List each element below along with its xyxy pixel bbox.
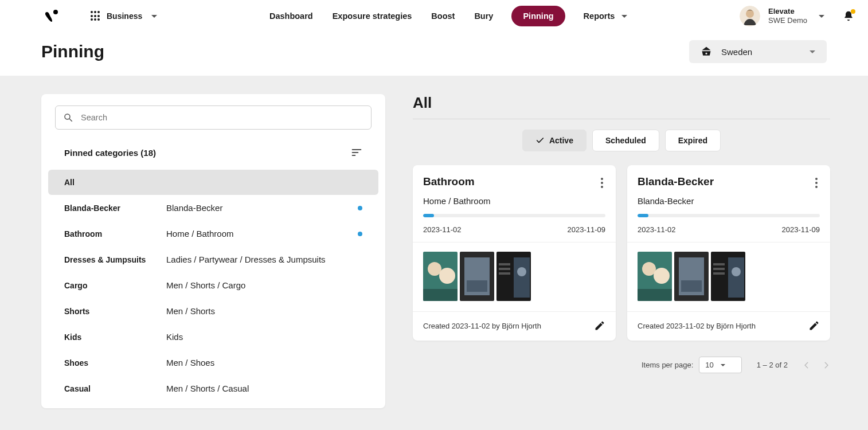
svg-rect-26 <box>728 257 744 298</box>
status-dot <box>358 232 362 236</box>
card-title: Bathroom <box>423 175 475 188</box>
tab-expired[interactable]: Expired <box>665 130 721 151</box>
category-item[interactable]: Casual Men / Shorts / Casual <box>41 376 385 401</box>
svg-rect-24 <box>681 280 702 292</box>
category-path: Ladies / Partywear / Dresses & Jumpsuits <box>166 255 362 264</box>
edit-button[interactable] <box>808 320 820 331</box>
category-name: Shoes <box>64 358 162 368</box>
prev-page-button[interactable] <box>803 361 811 369</box>
pin-card: Blanda-Becker Blanda-Becker 2023-11-02 2… <box>627 165 830 341</box>
chevron-down-icon <box>721 364 725 366</box>
progress-fill <box>423 214 434 217</box>
next-page-button[interactable] <box>822 361 830 369</box>
category-item[interactable]: Bathroom Home / Bathroom <box>41 221 385 247</box>
category-path: Men / Shorts <box>166 306 362 316</box>
product-thumbs <box>413 243 616 311</box>
nav-exposure[interactable]: Exposure strategies <box>331 11 413 21</box>
user-avatar <box>740 6 760 26</box>
card-footer-text: Created 2023-11-02 by Björn Hjorth <box>423 322 541 330</box>
category-path: Men / Shorts / Casual <box>166 384 362 393</box>
category-path: Men / Shoes <box>166 358 362 368</box>
card-path: Home / Bathroom <box>413 196 616 214</box>
svg-rect-28 <box>713 263 725 265</box>
items-per-page-label: Items per page: <box>642 361 693 369</box>
category-item[interactable]: Shorts Men / Shorts <box>41 298 385 324</box>
product-thumb <box>460 252 494 301</box>
product-thumb <box>638 252 672 301</box>
category-item[interactable]: Shoes Men / Shoes <box>41 350 385 376</box>
main-panel: All Active Scheduled Expired Bathroom Ho… <box>413 94 830 373</box>
product-thumb <box>711 252 745 301</box>
tab-active-label: Active <box>549 136 573 145</box>
tab-active[interactable]: Active <box>522 130 587 151</box>
category-item[interactable]: Blanda-Becker Blanda-Becker <box>41 195 385 221</box>
edit-button[interactable] <box>594 320 605 331</box>
svg-line-4 <box>69 119 72 122</box>
card-menu-button[interactable] <box>813 175 820 190</box>
product-thumb <box>496 252 531 301</box>
search-input[interactable] <box>55 105 372 130</box>
notifications-button[interactable] <box>843 10 854 22</box>
account-sub: SWE Demo <box>768 16 807 25</box>
chevron-down-icon <box>819 15 824 18</box>
category-name: Shorts <box>64 307 162 316</box>
category-path: Kids <box>166 332 362 342</box>
category-name: Dresses & Jumpsuits <box>64 255 162 264</box>
nav-bury[interactable]: Bury <box>473 11 494 21</box>
category-name: Casual <box>64 384 162 393</box>
category-name: All <box>64 178 162 187</box>
business-selector[interactable]: Business <box>91 11 157 21</box>
end-date: 2023-11-09 <box>782 225 820 234</box>
sort-icon[interactable] <box>351 147 362 158</box>
category-path: Home / Bathroom <box>166 229 353 239</box>
chevron-down-icon <box>810 50 815 53</box>
cards-row: Bathroom Home / Bathroom 2023-11-02 2023… <box>413 165 830 341</box>
svg-point-2 <box>746 10 754 18</box>
svg-point-14 <box>517 267 526 276</box>
account-text: Elevate SWE Demo <box>768 7 807 25</box>
nav-reports[interactable]: Reports <box>582 11 629 21</box>
account-menu[interactable]: Elevate SWE Demo <box>740 6 854 26</box>
nav-boost[interactable]: Boost <box>430 11 456 21</box>
search-icon <box>63 112 73 123</box>
svg-point-3 <box>65 114 70 119</box>
nav-dashboard[interactable]: Dashboard <box>268 11 314 21</box>
nav-pinning[interactable]: Pinning <box>511 6 565 26</box>
start-date: 2023-11-02 <box>638 225 676 234</box>
basket-icon <box>701 46 712 57</box>
progress-bar <box>638 214 820 217</box>
category-name: Bathroom <box>64 229 162 239</box>
market-name: Sweden <box>721 47 752 57</box>
status-dot <box>358 206 362 210</box>
tab-scheduled[interactable]: Scheduled <box>592 130 659 151</box>
svg-point-6 <box>428 262 441 276</box>
card-footer-text: Created 2023-11-02 by Björn Hjorth <box>638 322 756 330</box>
svg-point-19 <box>642 262 656 276</box>
panel-divider <box>413 119 830 119</box>
category-item[interactable]: Cargo Men / Shorts / Cargo <box>41 272 385 298</box>
category-item-all[interactable]: All <box>48 170 378 195</box>
market-selector[interactable]: Sweden <box>689 40 827 63</box>
svg-rect-11 <box>467 280 487 292</box>
svg-point-20 <box>654 268 670 284</box>
page-size-value: 10 <box>705 361 713 369</box>
panel-title: All <box>413 94 830 112</box>
page-range: 1 – 2 of 2 <box>757 361 788 369</box>
svg-point-0 <box>53 10 58 14</box>
svg-rect-30 <box>713 272 725 275</box>
svg-rect-16 <box>499 268 510 270</box>
category-item[interactable]: Kids Kids <box>41 324 385 350</box>
progress-bar <box>423 214 605 217</box>
svg-rect-8 <box>423 289 458 301</box>
svg-rect-15 <box>499 263 510 265</box>
chevron-down-icon <box>621 15 627 18</box>
card-menu-button[interactable] <box>599 175 605 190</box>
category-path: Blanda-Becker <box>166 203 353 213</box>
category-item[interactable]: Dresses & Jumpsuits Ladies / Partywear /… <box>41 247 385 272</box>
brand-logo <box>44 9 57 23</box>
apps-grid-icon <box>91 11 101 21</box>
page-size-select[interactable]: 10 <box>699 357 741 373</box>
svg-point-7 <box>439 268 455 284</box>
title-row: Pinning Sweden <box>0 32 868 76</box>
pagination: Items per page: 10 1 – 2 of 2 <box>413 357 830 373</box>
